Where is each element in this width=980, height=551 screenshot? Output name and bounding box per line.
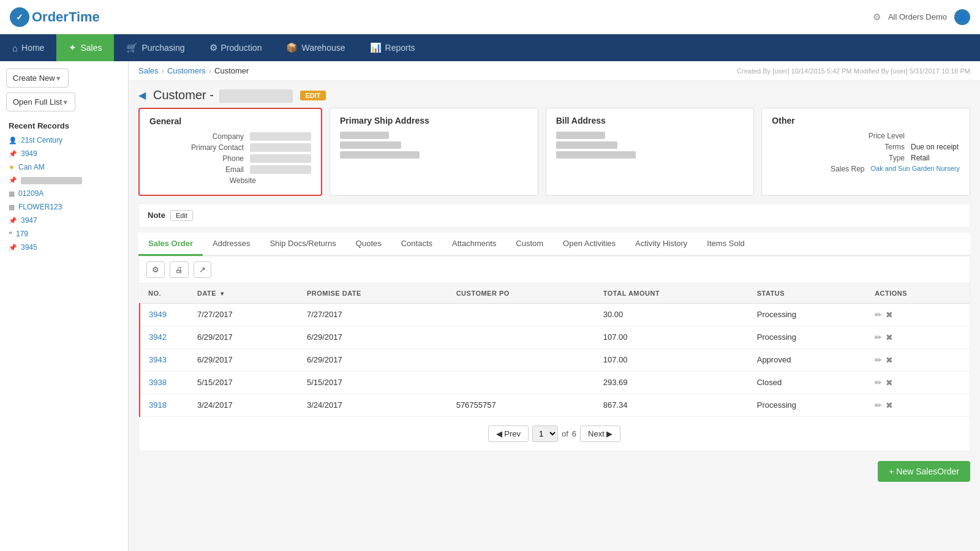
website-label: Website bbox=[189, 176, 256, 185]
cell-date: 6/29/2017 bbox=[189, 326, 298, 348]
settings-tool-button[interactable]: ⚙ bbox=[146, 261, 165, 278]
sidebar-item-address[interactable]: 📌 bbox=[0, 174, 128, 187]
email-label: Email bbox=[176, 165, 244, 174]
back-button[interactable]: ◀ bbox=[138, 89, 146, 101]
tab-ship-docs[interactable]: Ship Docs/Returns bbox=[260, 233, 345, 256]
cell-date: 6/29/2017 bbox=[189, 348, 298, 371]
warehouse-icon: 📦 bbox=[286, 42, 298, 53]
edit-action-icon[interactable]: ✏ bbox=[875, 378, 882, 388]
purchasing-icon: 🛒 bbox=[126, 42, 138, 53]
sidebar-item-21stcentury[interactable]: 👤 21st Century bbox=[0, 133, 128, 147]
col-date[interactable]: DATE ▾ bbox=[189, 283, 298, 304]
other-card-title: Other bbox=[772, 116, 960, 126]
tab-open-activities[interactable]: Open Activities bbox=[553, 233, 625, 256]
sidebar-item-01209a[interactable]: ▦ 01209A bbox=[0, 187, 128, 200]
cell-total-amount: 30.00 bbox=[595, 303, 748, 326]
delete-action-icon[interactable]: ✖ bbox=[886, 378, 893, 388]
contact-value bbox=[250, 143, 311, 152]
cell-status: Processing bbox=[748, 394, 866, 416]
price-level-row: Price Level bbox=[772, 132, 960, 140]
edit-action-icon[interactable]: ✏ bbox=[875, 310, 882, 320]
tab-items-sold[interactable]: Items Sold bbox=[697, 233, 754, 256]
action-icons: ✏ ✖ bbox=[875, 355, 961, 365]
tab-addresses[interactable]: Addresses bbox=[203, 233, 260, 256]
nav-sales[interactable]: ✦ Sales bbox=[56, 34, 114, 61]
cell-customer-po bbox=[448, 303, 595, 326]
price-level-value bbox=[911, 132, 960, 140]
sidebar-item-179[interactable]: ❝ 179 bbox=[0, 227, 128, 241]
action-icons: ✏ ✖ bbox=[875, 378, 961, 388]
contact-row: Primary Contact bbox=[149, 143, 311, 152]
nav-purchasing[interactable]: 🛒 Purchasing bbox=[114, 34, 197, 61]
tab-custom[interactable]: Custom bbox=[506, 233, 553, 256]
email-value bbox=[250, 165, 311, 174]
type-value: Retail bbox=[911, 154, 960, 162]
nav-warehouse-label: Warehouse bbox=[301, 43, 345, 53]
delete-action-icon[interactable]: ✖ bbox=[886, 332, 893, 342]
other-card: Other Price Level Terms Due on receipt T… bbox=[761, 108, 970, 196]
create-new-button[interactable]: Create New ▼ bbox=[6, 69, 69, 88]
sidebar-item-3945[interactable]: 📌 3945 bbox=[0, 241, 128, 254]
tab-attachments[interactable]: Attachments bbox=[442, 233, 506, 256]
order-link[interactable]: 3942 bbox=[149, 332, 167, 342]
edit-action-icon[interactable]: ✏ bbox=[875, 332, 882, 342]
export-tool-button[interactable]: ↗ bbox=[194, 261, 211, 278]
nav-home-label: Home bbox=[21, 43, 44, 53]
new-salesorder-button[interactable]: + New SalesOrder bbox=[878, 461, 970, 482]
terms-value: Due on receipt bbox=[911, 143, 960, 151]
website-row: Website bbox=[149, 176, 311, 185]
edit-action-icon[interactable]: ✏ bbox=[875, 355, 882, 365]
sales-rep-label: Sales Rep bbox=[797, 165, 864, 173]
phone-row: Phone bbox=[149, 154, 311, 163]
action-icons: ✏ ✖ bbox=[875, 332, 961, 342]
breadcrumb-sales[interactable]: Sales bbox=[138, 66, 159, 75]
tab-sales-order[interactable]: Sales Order bbox=[138, 233, 203, 256]
nav-reports[interactable]: 📊 Reports bbox=[358, 34, 428, 61]
sidebar-item-flower123[interactable]: ▦ FLOWER123 bbox=[0, 200, 128, 214]
prev-button[interactable]: ◀ Prev bbox=[488, 425, 529, 442]
avatar[interactable]: 👤 bbox=[954, 9, 970, 25]
settings-icon[interactable]: ⚙ bbox=[873, 12, 881, 23]
delete-action-icon[interactable]: ✖ bbox=[886, 310, 893, 320]
order-link[interactable]: 3943 bbox=[149, 355, 167, 364]
company-value bbox=[250, 132, 311, 141]
order-link[interactable]: 3949 bbox=[149, 310, 167, 319]
print-tool-button[interactable]: 🖨 bbox=[170, 261, 189, 278]
sort-arrow-date: ▾ bbox=[221, 290, 224, 297]
pin-icon: 📌 bbox=[9, 244, 17, 252]
cell-customer-po bbox=[448, 326, 595, 348]
delete-action-icon[interactable]: ✖ bbox=[886, 400, 893, 410]
edit-badge[interactable]: EDIT bbox=[300, 91, 325, 100]
breadcrumb-customers[interactable]: Customers bbox=[167, 66, 206, 75]
table-row: 3942 6/29/2017 6/29/2017 107.00 Processi… bbox=[140, 326, 970, 348]
sidebar-item-3949[interactable]: 📌 3949 bbox=[0, 147, 128, 160]
cell-actions: ✏ ✖ bbox=[866, 348, 970, 371]
sidebar-item-3947[interactable]: 📌 3947 bbox=[0, 214, 128, 227]
tab-quotes[interactable]: Quotes bbox=[346, 233, 391, 256]
cell-total-amount: 107.00 bbox=[595, 326, 748, 348]
cell-no: 3949 bbox=[140, 303, 189, 326]
page-select[interactable]: 1 2 3 4 5 6 bbox=[532, 425, 558, 442]
tab-contacts[interactable]: Contacts bbox=[391, 233, 442, 256]
col-total-amount: TOTAL AMOUNT bbox=[595, 283, 748, 304]
order-link[interactable]: 3918 bbox=[149, 400, 167, 410]
quote-icon: ❝ bbox=[9, 230, 12, 238]
terms-label: Terms bbox=[837, 143, 905, 151]
nav-production[interactable]: ⚙ Production bbox=[197, 34, 274, 61]
next-button[interactable]: Next ▶ bbox=[580, 425, 620, 442]
total-pages: 6 bbox=[572, 429, 576, 438]
col-no: NO. bbox=[140, 283, 189, 304]
delete-action-icon[interactable]: ✖ bbox=[886, 355, 893, 365]
cell-status: Closed bbox=[748, 371, 866, 394]
general-card: General Company Primary Contact Phone Em… bbox=[138, 108, 322, 196]
order-link[interactable]: 3938 bbox=[149, 378, 167, 387]
sidebar-item-canam[interactable]: ★ Can AM bbox=[0, 160, 128, 174]
note-edit-button[interactable]: Edit bbox=[170, 210, 193, 221]
edit-action-icon[interactable]: ✏ bbox=[875, 400, 882, 410]
open-full-list-button[interactable]: Open Full List ▼ bbox=[6, 92, 75, 111]
tab-activity-history[interactable]: Activity History bbox=[625, 233, 697, 256]
nav-home[interactable]: ⌂ Home bbox=[0, 34, 56, 61]
terms-row: Terms Due on receipt bbox=[772, 143, 960, 151]
nav-warehouse[interactable]: 📦 Warehouse bbox=[274, 34, 357, 61]
create-new-arrow: ▼ bbox=[55, 75, 62, 82]
